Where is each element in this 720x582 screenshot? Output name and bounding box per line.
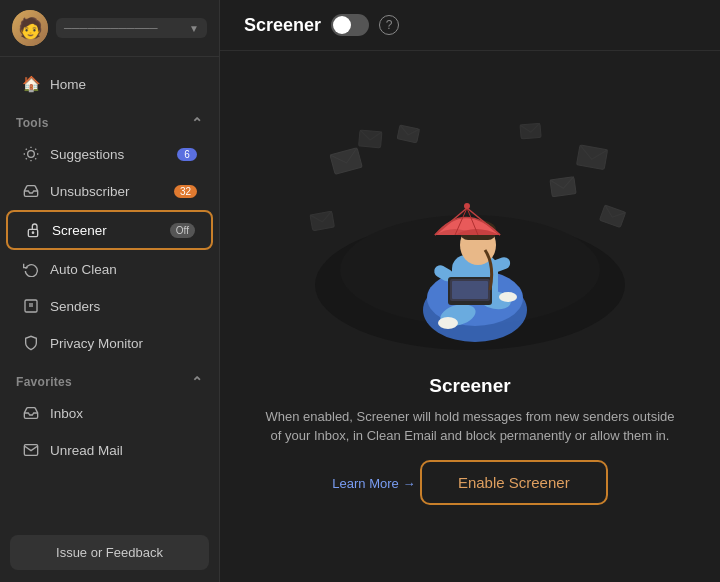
suggestions-icon xyxy=(22,145,40,163)
unsubscriber-icon xyxy=(22,182,40,200)
senders-label: Senders xyxy=(50,299,100,314)
screener-icon xyxy=(24,221,42,239)
tools-section-label: Tools xyxy=(16,116,49,130)
sidebar-item-home-label: Home xyxy=(50,77,86,92)
screener-toggle[interactable] xyxy=(331,14,369,36)
svg-line-3 xyxy=(26,149,27,150)
main-content: Screener ? xyxy=(220,0,720,582)
screener-illustration xyxy=(300,115,640,355)
suggestions-label: Suggestions xyxy=(50,147,124,162)
sidebar-header: 🧑 ──────────── ▼ xyxy=(0,0,219,57)
svg-line-8 xyxy=(35,149,36,150)
unsubscriber-badge: 32 xyxy=(174,185,197,198)
tools-collapse-icon[interactable]: ⌃ xyxy=(191,115,203,131)
svg-rect-22 xyxy=(397,125,419,143)
description-title: Screener xyxy=(260,375,680,397)
account-selector[interactable]: ──────────── ▼ xyxy=(56,18,207,38)
svg-rect-35 xyxy=(452,281,488,299)
senders-icon xyxy=(22,297,40,315)
inbox-label: Inbox xyxy=(50,406,83,421)
sidebar-item-suggestions[interactable]: Suggestions 6 xyxy=(6,136,213,172)
svg-point-29 xyxy=(499,292,517,302)
svg-point-43 xyxy=(464,203,470,209)
learn-more-link[interactable]: Learn More → xyxy=(332,476,415,491)
sidebar-item-screener[interactable]: Screener Off xyxy=(6,210,213,250)
sidebar-item-unsubscriber[interactable]: Unsubscriber 32 xyxy=(6,173,213,209)
description-text: When enabled, Screener will hold message… xyxy=(260,407,680,446)
svg-rect-20 xyxy=(600,205,626,228)
favorites-section-header: Favorites ⌃ xyxy=(0,362,219,394)
issue-feedback-button[interactable]: Issue or Feedback xyxy=(10,535,209,570)
suggestions-badge: 6 xyxy=(177,148,197,161)
unsubscriber-label: Unsubscriber xyxy=(50,184,130,199)
help-question-mark: ? xyxy=(386,18,393,32)
sidebar: 🧑 ──────────── ▼ 🏠 Home Tools ⌃ xyxy=(0,0,220,582)
autoclean-icon xyxy=(22,260,40,278)
avatar-image: 🧑 xyxy=(12,10,48,46)
inbox-icon xyxy=(22,404,40,422)
page-title: Screener xyxy=(244,15,321,36)
svg-rect-16 xyxy=(330,147,362,174)
description-section: Screener When enabled, Screener will hol… xyxy=(260,375,680,509)
screener-label: Screener xyxy=(52,223,107,238)
unread-label: Unread Mail xyxy=(50,443,123,458)
svg-rect-21 xyxy=(310,211,334,231)
sidebar-item-autoclean[interactable]: Auto Clean xyxy=(6,251,213,287)
svg-point-10 xyxy=(32,232,33,233)
help-icon[interactable]: ? xyxy=(379,15,399,35)
chevron-down-icon: ▼ xyxy=(189,23,199,34)
privacy-label: Privacy Monitor xyxy=(50,336,143,351)
sidebar-navigation: 🏠 Home Tools ⌃ Suggestions 6 xyxy=(0,57,219,527)
svg-rect-19 xyxy=(550,176,576,196)
sidebar-item-privacy[interactable]: Privacy Monitor xyxy=(6,325,213,361)
tools-section-header: Tools ⌃ xyxy=(0,103,219,135)
favorites-collapse-icon[interactable]: ⌃ xyxy=(191,374,203,390)
sidebar-item-unread[interactable]: Unread Mail xyxy=(6,432,213,468)
svg-point-0 xyxy=(28,151,35,158)
svg-point-28 xyxy=(438,317,458,329)
privacy-icon xyxy=(22,334,40,352)
svg-line-4 xyxy=(35,158,36,159)
home-icon: 🏠 xyxy=(22,75,40,93)
favorites-section-label: Favorites xyxy=(16,375,72,389)
sidebar-item-home[interactable]: 🏠 Home xyxy=(6,66,213,102)
enable-screener-button[interactable]: Enable Screener xyxy=(420,460,608,505)
toggle-container xyxy=(331,14,369,36)
sidebar-item-senders[interactable]: Senders xyxy=(6,288,213,324)
unread-icon xyxy=(22,441,40,459)
content-area: Screener When enabled, Screener will hol… xyxy=(220,51,720,582)
svg-rect-17 xyxy=(577,145,608,170)
svg-line-7 xyxy=(26,158,27,159)
sidebar-item-inbox[interactable]: Inbox xyxy=(6,395,213,431)
autoclean-label: Auto Clean xyxy=(50,262,117,277)
topbar: Screener ? xyxy=(220,0,720,51)
avatar: 🧑 xyxy=(12,10,48,46)
screener-off-badge: Off xyxy=(170,223,195,238)
account-email: ──────────── xyxy=(64,22,158,34)
